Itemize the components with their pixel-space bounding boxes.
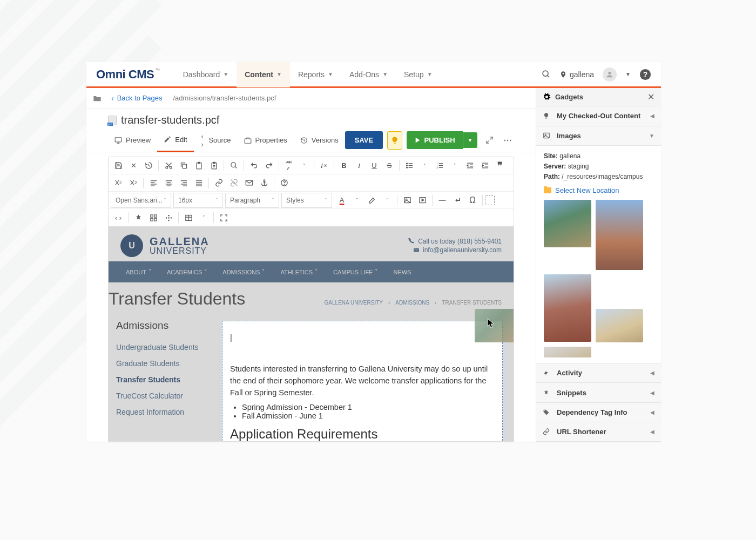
paste-icon[interactable] (191, 158, 206, 173)
align-left-icon[interactable] (146, 176, 161, 191)
tab-edit[interactable]: Edit (157, 129, 193, 152)
folder-icon[interactable] (93, 94, 102, 102)
strike-icon[interactable]: S (382, 158, 397, 173)
search-icon[interactable] (542, 70, 551, 79)
indent-icon[interactable] (477, 158, 492, 173)
help-icon[interactable]: ? (639, 69, 651, 80)
restore-icon[interactable] (141, 158, 156, 173)
publish-button[interactable]: PUBLISH (407, 131, 463, 149)
avatar[interactable] (603, 68, 617, 82)
spellcheck-lang-icon[interactable]: ˅ (296, 158, 312, 173)
media-icon[interactable] (415, 193, 430, 208)
paste-text-icon[interactable] (206, 158, 221, 173)
user-chevron-icon[interactable]: ▼ (625, 71, 631, 77)
gadget-images-header[interactable]: Images ▼ (536, 126, 661, 146)
nav-setup[interactable]: Setup▼ (396, 62, 441, 87)
underline-icon[interactable]: U (367, 158, 382, 173)
gadget-dependency[interactable]: Dependency Tag Info ◀ (536, 403, 661, 422)
text-color-dd-icon[interactable]: ˅ (349, 193, 364, 208)
select-all-icon[interactable] (485, 195, 495, 205)
snippet-icon[interactable] (131, 210, 146, 225)
bullet-list-icon[interactable] (402, 158, 417, 173)
more-icon[interactable]: ⋯ (502, 133, 514, 148)
hr-icon[interactable]: — (435, 193, 450, 208)
tab-preview[interactable]: Preview (108, 129, 157, 152)
subscript-icon[interactable]: X2 (126, 176, 141, 191)
svg-point-2 (608, 71, 611, 74)
text-color-icon[interactable]: A (334, 193, 349, 208)
clear-format-icon[interactable]: I✕ (316, 158, 332, 173)
tab-properties[interactable]: Properties (238, 129, 294, 152)
product-logo[interactable]: Omni CMS™ (96, 68, 160, 82)
italic-icon[interactable]: I (352, 158, 367, 173)
image-icon[interactable] (400, 193, 415, 208)
image-thumbnail[interactable] (544, 200, 591, 247)
select-location-link[interactable]: Select New Location (544, 186, 653, 194)
number-list-dd-icon[interactable]: ˅ (447, 158, 462, 173)
redo-icon[interactable] (261, 158, 276, 173)
tab-versions[interactable]: Versions (294, 129, 345, 152)
blockquote-icon[interactable]: ❞ (492, 158, 508, 173)
gadget-url[interactable]: URL Shortener ◀ (536, 422, 661, 442)
tab-source[interactable]: ‹ ›Source (194, 129, 238, 152)
email-link-icon[interactable] (241, 176, 256, 191)
block-format-select[interactable]: Paragraph˅ (225, 193, 279, 208)
link-icon[interactable] (211, 176, 226, 191)
align-center-icon[interactable] (161, 176, 176, 191)
editable-region[interactable]: | Students interested in transferring to… (211, 314, 514, 442)
image-thumbnails (544, 200, 653, 357)
bold-icon[interactable]: B (336, 158, 352, 173)
image-thumbnail[interactable] (544, 347, 591, 357)
unlink-icon[interactable] (226, 176, 241, 191)
nav-addons[interactable]: Add-Ons▼ (341, 62, 396, 87)
bullet-list-dd-icon[interactable]: ˅ (417, 158, 432, 173)
fullscreen-icon[interactable] (216, 210, 231, 225)
sidenav-undergrad: Undergraduate Students (116, 339, 204, 355)
gear-icon[interactable] (543, 93, 551, 101)
gadget-activity[interactable]: Activity ◀ (536, 363, 661, 383)
table-dd-icon[interactable]: ˅ (196, 210, 211, 225)
copy-icon[interactable] (176, 158, 191, 173)
anchor-icon[interactable] (256, 176, 272, 191)
bg-color-dd-icon[interactable]: ˅ (380, 193, 395, 208)
align-right-icon[interactable] (176, 176, 191, 191)
special-char-icon[interactable]: Ω (465, 193, 480, 208)
asset-icon[interactable] (146, 210, 161, 225)
gadget-snippets[interactable]: Snippets ◀ (536, 383, 661, 402)
image-thumbnail[interactable] (544, 274, 591, 342)
find-icon[interactable] (226, 158, 241, 173)
spellcheck-icon[interactable]: ᴬᴮᶜ✓ (281, 158, 296, 173)
close-icon[interactable]: ✕ (126, 158, 141, 173)
font-family-select[interactable]: Open Sans,ari...˅ (111, 193, 171, 208)
publish-dropdown[interactable]: ▼ (463, 132, 477, 148)
svg-rect-8 (245, 139, 251, 143)
font-size-select[interactable]: 16px˅ (173, 193, 223, 208)
component-icon[interactable] (161, 210, 176, 225)
back-link[interactable]: ‹Back to Pages (111, 94, 163, 103)
close-icon[interactable]: ✕ (647, 92, 654, 102)
bg-color-icon[interactable] (364, 193, 380, 208)
undo-icon[interactable] (246, 158, 261, 173)
table-icon[interactable] (181, 210, 196, 225)
expand-icon[interactable] (484, 133, 496, 148)
number-list-icon[interactable]: 123 (432, 158, 447, 173)
save-draft-icon[interactable] (111, 158, 126, 173)
nav-dashboard[interactable]: Dashboard▼ (175, 62, 237, 87)
lightbulb-button[interactable] (387, 131, 402, 150)
nav-reports[interactable]: Reports▼ (290, 62, 341, 87)
outdent-icon[interactable] (462, 158, 477, 173)
save-button[interactable]: SAVE (345, 131, 383, 149)
svg-point-69 (168, 214, 170, 216)
align-justify-icon[interactable] (191, 176, 206, 191)
gadget-checkout[interactable]: My Checked-Out Content ◀ (536, 106, 661, 126)
image-thumbnail[interactable] (596, 309, 643, 342)
superscript-icon[interactable]: X2 (111, 176, 126, 191)
site-selector[interactable]: gallena (559, 70, 594, 79)
style-select[interactable]: Styles˅ (281, 193, 332, 208)
line-break-icon[interactable] (450, 193, 465, 208)
cut-icon[interactable] (161, 158, 176, 173)
image-thumbnail[interactable] (596, 200, 643, 270)
help-toolbar-icon[interactable] (276, 176, 292, 191)
code-icon[interactable]: ‹› (111, 210, 126, 225)
nav-content[interactable]: Content▼ (237, 62, 290, 87)
